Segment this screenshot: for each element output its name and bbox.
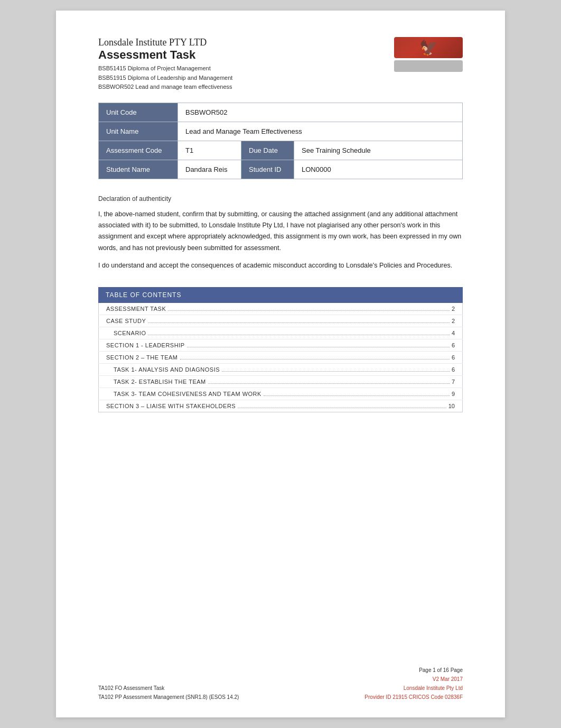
toc-dots	[168, 306, 450, 311]
toc-item: SECTION 1 - LEADERSHIP 6	[106, 342, 455, 348]
header-left: Lonsdale Institute PTY LTD Assessment Ta…	[98, 37, 389, 92]
unit-code-row: Unit Code BSBWOR502	[99, 103, 463, 122]
unit-name-row: Unit Name Lead and Manage Team Effective…	[99, 122, 463, 141]
toc-item-label: SECTION 2 – The TEAM	[106, 354, 178, 361]
student-id-label: Student ID	[241, 160, 294, 179]
toc-item: ASSESSMENT TASK 2	[106, 306, 455, 312]
footer-left-line1: TA102 FO Assessment Task	[98, 684, 239, 693]
footer-right-line3: Lonsdale Institute Pty Ltd	[364, 684, 463, 693]
toc-dots	[187, 342, 450, 347]
toc-item-row: SECTION 2 – The TEAM 6	[99, 352, 463, 364]
toc-item-row: TASK 2- ESTABLISH THE TEAM 7	[99, 376, 463, 388]
student-name-value: Dandara Reis	[178, 160, 241, 179]
document-page: Lonsdale Institute PTY LTD Assessment Ta…	[56, 11, 505, 717]
toc-page: 7	[452, 379, 455, 385]
toc-dots	[180, 354, 450, 360]
logo-image-bottom	[394, 60, 463, 72]
institute-name: Lonsdale Institute PTY LTD	[98, 37, 389, 48]
declaration-section: Declaration of authenticity I, the above…	[98, 195, 463, 271]
due-date-value: See Training Schedule	[294, 141, 463, 160]
footer-right: Page 1 of 16 Page V2 Mar 2017 Lonsdale I…	[364, 666, 463, 702]
unit-name-value: Lead and Manage Team Effectiveness	[178, 122, 463, 141]
toc-item-label: CASE STUDY	[106, 318, 146, 324]
toc-dots	[238, 403, 446, 408]
toc-page: 6	[452, 354, 455, 361]
toc-item-label: TASK 1- ANALYSIS AND DIAGNOSIS	[114, 366, 220, 373]
info-table: Unit Code BSBWOR502 Unit Name Lead and M…	[98, 103, 463, 179]
toc-item-row: TASK 1- ANALYSIS AND DIAGNOSIS 6	[99, 364, 463, 376]
footer-right-line2: V2 Mar 2017	[364, 675, 463, 684]
assessment-code-row: Assessment Code T1 Due Date See Training…	[99, 141, 463, 160]
toc-section: TABLE OF CONTENTS ASSESSMENT TASK 2 CASE…	[98, 287, 463, 412]
student-id-value: LON0000	[294, 160, 463, 179]
student-name-label: Student Name	[99, 160, 178, 179]
toc-item: SCENARIO 4	[114, 330, 455, 336]
student-name-row: Student Name Dandara Reis Student ID LON…	[99, 160, 463, 179]
toc-page: 6	[452, 366, 455, 373]
toc-item-row: SCENARIO 4	[99, 327, 463, 339]
declaration-body2: I do understand and accept the consequen…	[98, 260, 463, 271]
toc-item-row: ASSESSMENT TASK 2	[99, 303, 463, 315]
toc-item-label: SCENARIO	[114, 330, 146, 336]
program2: BSB51915 Diploma of Leadership and Manag…	[98, 73, 389, 83]
toc-item-label: SECTION 1 - LEADERSHIP	[106, 342, 185, 348]
declaration-title: Declaration of authenticity	[98, 195, 463, 202]
toc-dots	[222, 366, 450, 372]
toc-item-label: ASSESSMENT TASK	[106, 306, 166, 312]
toc-item-row: CASE STUDY 2	[99, 315, 463, 327]
toc-table: ASSESSMENT TASK 2 CASE STUDY 2 SCENARIO …	[98, 303, 463, 412]
program3: BSBWOR502 Lead and manage team effective…	[98, 82, 389, 92]
logo-area: 🦅	[389, 37, 463, 74]
assessment-code-value: T1	[178, 141, 241, 160]
toc-item: CASE STUDY 2	[106, 318, 455, 324]
assessment-task-title: Assessment Task	[98, 48, 389, 62]
toc-page: 9	[452, 391, 455, 397]
footer-left: TA102 FO Assessment Task TA102 PP Assess…	[98, 684, 239, 702]
header-section: Lonsdale Institute PTY LTD Assessment Ta…	[98, 37, 463, 92]
toc-item: TASK 2- ESTABLISH THE TEAM 7	[114, 379, 455, 385]
assessment-code-label: Assessment Code	[99, 141, 178, 160]
sub-programs: BSB51415 Diploma of Project Management B…	[98, 64, 389, 92]
toc-header: TABLE OF CONTENTS	[98, 287, 463, 303]
toc-item-label: TASK 2- ESTABLISH THE TEAM	[114, 379, 206, 385]
logo-eagle-icon: 🦅	[419, 39, 438, 57]
toc-item: TASK 1- ANALYSIS AND DIAGNOSIS 6	[114, 366, 455, 373]
unit-code-label: Unit Code	[99, 103, 178, 122]
due-date-label: Due Date	[241, 141, 294, 160]
footer-right-line1: Page 1 of 16 Page	[364, 666, 463, 675]
toc-dots	[148, 318, 450, 323]
toc-item-row: TASK 3- TEAM COHESIVENESS AND TEAM WORK …	[99, 388, 463, 400]
toc-item-label: SECTION 3 – LIAISE WITH STAKEHOLDERS	[106, 403, 236, 409]
toc-page: 2	[452, 318, 455, 324]
footer-right-line4: Provider ID 21915 CRICOS Code 02836F	[364, 693, 463, 702]
toc-dots	[264, 391, 450, 396]
toc-item-row: SECTION 1 - LEADERSHIP 6	[99, 339, 463, 352]
toc-dots	[208, 379, 450, 384]
declaration-body1: I, the above-named student, confirm that…	[98, 209, 463, 254]
toc-page: 4	[452, 330, 455, 336]
toc-item: SECTION 3 – LIAISE WITH STAKEHOLDERS 10	[106, 403, 455, 409]
logo-image-top: 🦅	[394, 37, 463, 58]
footer: TA102 FO Assessment Task TA102 PP Assess…	[98, 666, 463, 702]
toc-item: TASK 3- TEAM COHESIVENESS AND TEAM WORK …	[114, 391, 455, 397]
program1: BSB51415 Diploma of Project Management	[98, 64, 389, 73]
unit-name-label: Unit Name	[99, 122, 178, 141]
toc-dots	[148, 330, 449, 335]
toc-item-label: TASK 3- TEAM COHESIVENESS AND TEAM WORK	[114, 391, 261, 397]
toc-page: 6	[452, 342, 455, 348]
toc-item-row: SECTION 3 – LIAISE WITH STAKEHOLDERS 10	[99, 400, 463, 412]
unit-code-value: BSBWOR502	[178, 103, 463, 122]
toc-item: SECTION 2 – The TEAM 6	[106, 354, 455, 361]
toc-page: 2	[452, 306, 455, 312]
toc-page: 10	[448, 403, 455, 409]
footer-left-line2: TA102 PP Assessment Management (SNR1.8) …	[98, 693, 239, 702]
